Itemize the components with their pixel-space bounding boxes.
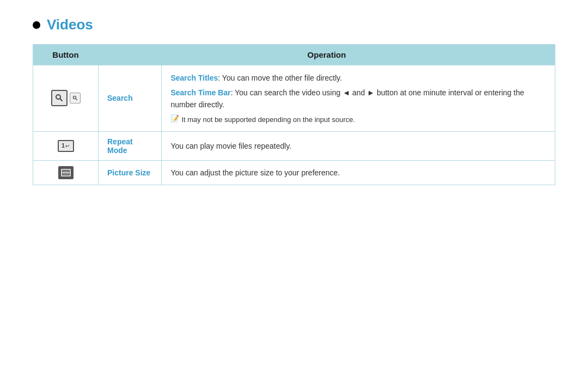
search-time-bar-link: Search Time Bar [170,88,230,97]
picture-size-desc: You can adjust the picture size to your … [170,168,340,177]
page-title-container: Videos [33,16,555,33]
repeat-icon: 1 ↩ [58,140,74,152]
repeat-icon-container: 1 ↩ [42,140,89,152]
picture-icon-container [42,166,89,179]
button-cell-picture [33,160,99,185]
table-row: Picture Size You can adjust the picture … [33,160,555,185]
note-icon: 📝 [170,114,179,123]
picture-size-icon [58,166,74,179]
search-titles-link: Search Titles [170,74,218,82]
search-main-icon [51,90,68,106]
table-header-row: Button Operation [33,45,555,65]
bullet-dot [33,21,40,29]
operation-cell-repeat: You can play movie files repeatedly. [162,131,555,160]
search-label: Search [107,94,133,102]
operation-cell-picture: You can adjust the picture size to your … [162,160,555,185]
feature-label-cell-picture: Picture Size [99,160,162,185]
table-row: 1 ↩ Repeat Mode You can play movie files… [33,131,555,160]
videos-table: Button Operation [33,44,555,185]
feature-label-cell-repeat: Repeat Mode [99,131,162,160]
search-titles-desc: : You can move the other file directly. [218,74,342,82]
search-small-icon [70,93,81,103]
operation-cell-search: Search Titles: You can move the other fi… [162,65,555,132]
table-row: Search Search Titles: You can move the o… [33,65,555,132]
svg-line-3 [76,99,77,100]
repeat-mode-desc: You can play movie files repeatedly. [170,142,291,150]
repeat-mode-label: Repeat Mode [107,137,133,155]
feature-label-cell-search: Search [99,65,162,132]
header-button: Button [33,45,99,65]
search-titles-line: Search Titles: You can move the other fi… [170,72,546,84]
search-note: 📝 It may not be supported depending on t… [170,114,546,126]
page-title: Videos [47,16,93,33]
header-operation: Operation [99,45,555,65]
button-cell-repeat: 1 ↩ [33,131,99,160]
search-icon-container [42,90,89,106]
svg-line-1 [60,99,62,101]
button-cell-search [33,65,99,132]
search-note-text: It may not be supported depending on the… [181,114,355,126]
picture-size-label: Picture Size [107,168,150,177]
search-time-bar-line: Search Time Bar: You can search the vide… [170,87,546,111]
